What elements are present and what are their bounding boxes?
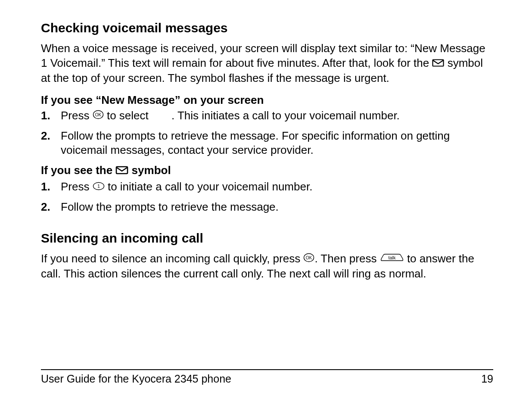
one-key-icon: 1 — [93, 180, 105, 194]
svg-text:talk: talk — [388, 255, 396, 260]
subheading-envelope-symbol: If you see the symbol — [41, 164, 493, 178]
envelope-icon — [432, 56, 444, 71]
section-heading-silencing-call: Silencing an incoming call — [41, 231, 493, 246]
list-item: Press 1 to initiate a call to your voice… — [41, 180, 493, 195]
step-text: Press — [61, 109, 93, 122]
talk-button-icon: talk — [380, 252, 404, 266]
step-text: to initiate a call to your voicemail num… — [105, 180, 313, 193]
ok-button-icon: OK — [303, 252, 314, 266]
silencing-paragraph: If you need to silence an incoming call … — [41, 252, 493, 281]
subheading-new-message: If you see “New Message” on your screen — [41, 93, 493, 107]
section-heading-checking-voicemail: Checking voicemail messages — [41, 21, 493, 35]
list-item: Press OK to select . This initiates a ca… — [41, 109, 493, 124]
intro-text-a: When a voice message is received, your s… — [41, 42, 485, 69]
list-item: Follow the prompts to retrieve the messa… — [41, 129, 493, 158]
svg-text:OK: OK — [306, 255, 312, 260]
step-text: Follow the prompts to retrieve the messa… — [61, 200, 279, 213]
body-text-b: . Then press — [314, 252, 380, 265]
steps-envelope-symbol: Press 1 to initiate a call to your voice… — [41, 180, 493, 215]
svg-rect-0 — [433, 60, 444, 66]
list-item: Follow the prompts to retrieve the messa… — [41, 200, 493, 215]
step-text: Follow the prompts to retrieve the messa… — [61, 129, 450, 157]
page-number: 19 — [481, 373, 493, 385]
subheading-text-b: symbol — [128, 164, 171, 177]
page-content: Checking voicemail messages When a voice… — [41, 21, 493, 281]
step-text: . This initiates a call to your voicemai… — [171, 109, 400, 122]
intro-paragraph: When a voice message is received, your s… — [41, 41, 493, 86]
envelope-icon — [115, 164, 128, 177]
steps-new-message: Press OK to select . This initiates a ca… — [41, 109, 493, 158]
body-text-a: If you need to silence an incoming call … — [41, 252, 303, 265]
step-text: Press — [61, 180, 93, 193]
svg-text:OK: OK — [95, 112, 101, 117]
ok-button-icon: OK — [93, 109, 104, 123]
svg-text:1: 1 — [97, 184, 100, 189]
step-text: to select — [104, 109, 152, 122]
subheading-text-a: If you see the — [41, 164, 115, 177]
footer-title: User Guide for the Kyocera 2345 phone — [41, 373, 231, 385]
page-footer: User Guide for the Kyocera 2345 phone 19 — [41, 369, 493, 385]
